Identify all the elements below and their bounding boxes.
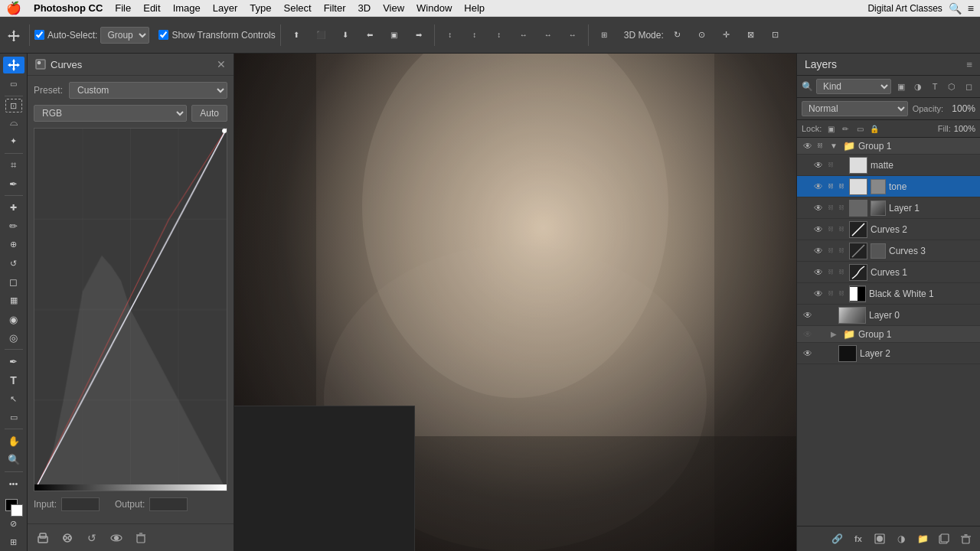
lock-artboard-btn[interactable]: ▭ — [854, 122, 866, 135]
history-brush-tool[interactable]: ↺ — [3, 255, 24, 272]
auto-btn[interactable]: Auto — [191, 105, 227, 122]
layer-item-group1b[interactable]: 👁 ▶ 📁 Group 1 — [797, 326, 980, 343]
slide-3d-btn[interactable]: ⊠ — [740, 24, 762, 46]
curves-graph-container[interactable] — [34, 128, 227, 491]
menu-type[interactable]: Type — [243, 2, 277, 14]
lock-all-btn[interactable]: 🔒 — [868, 122, 880, 135]
menu-3d[interactable]: 3D — [352, 2, 377, 14]
align-vcenter-btn[interactable]: ⬛ — [310, 24, 332, 46]
move-tool[interactable] — [3, 57, 24, 73]
tone-eye[interactable]: 👁 — [812, 181, 825, 192]
menu-help[interactable]: Help — [458, 2, 491, 14]
dist-top-btn[interactable]: ↕ — [439, 24, 461, 46]
quickselect-tool[interactable]: ✦ — [3, 133, 24, 150]
transform-controls-checkbox[interactable] — [158, 30, 168, 40]
path-select-tool[interactable]: ↖ — [3, 390, 24, 407]
gradient-tool[interactable]: ▦ — [3, 292, 24, 309]
heal-tool[interactable]: ✚ — [3, 199, 24, 216]
align-right-btn[interactable]: ➡ — [408, 24, 430, 46]
layer-item-tone[interactable]: 👁 ⛓ ⛓ tone — [797, 176, 980, 197]
align-left-btn[interactable]: ⬅ — [359, 24, 381, 46]
group1b-arrow[interactable]: ▶ — [828, 330, 840, 338]
eyedropper-tool[interactable]: ✒ — [3, 175, 24, 192]
group1-eye[interactable]: 👁 — [802, 141, 814, 152]
filter-pixel-btn[interactable]: ▣ — [894, 80, 908, 93]
delete-layer-btn[interactable] — [957, 530, 974, 547]
dist-hcenter-btn[interactable]: ↔ — [537, 24, 559, 46]
reset-adjustments-btn[interactable]: ↺ — [83, 529, 101, 547]
rotate-3d-btn[interactable]: ↻ — [667, 24, 688, 46]
search-icon[interactable]: 🔍 — [949, 2, 962, 15]
lock-position-btn[interactable]: ✏ — [839, 122, 851, 135]
add-adjustment-btn[interactable]: ◑ — [893, 530, 910, 547]
menu-select[interactable]: Select — [277, 2, 317, 14]
new-group-btn[interactable]: 📁 — [914, 530, 931, 547]
pan-3d-btn[interactable]: ✛ — [716, 24, 737, 46]
options-btn[interactable]: ⊞ — [593, 24, 615, 46]
matte-eye[interactable]: 👁 — [812, 160, 825, 171]
group1-arrow[interactable]: ▼ — [828, 142, 840, 150]
list-icon[interactable]: ≡ — [968, 2, 974, 15]
filter-type-btn[interactable]: T — [928, 80, 942, 93]
dist-right-btn[interactable]: ↔ — [562, 24, 583, 46]
auto-select-checkbox[interactable] — [34, 30, 44, 40]
layer-item-matte[interactable]: 👁 ⛓ matte — [797, 155, 980, 176]
lock-pixels-btn[interactable]: ▣ — [825, 122, 837, 135]
pen-tool[interactable]: ✒ — [3, 353, 24, 370]
extra-tools[interactable]: ••• — [3, 475, 24, 492]
dist-vcenter-btn[interactable]: ↕ — [464, 24, 485, 46]
eraser-tool[interactable]: ◻ — [3, 273, 24, 290]
dist-bottom-btn[interactable]: ↕ — [488, 24, 510, 46]
delete-adjustment-btn[interactable] — [132, 529, 150, 547]
layer0-eye[interactable]: 👁 — [802, 310, 814, 321]
hand-tool[interactable]: ✋ — [3, 432, 24, 449]
curves-canvas[interactable] — [34, 129, 227, 491]
curves1-eye[interactable]: 👁 — [812, 267, 825, 278]
layer-item-group1[interactable]: 👁 ⛓ ▼ 📁 Group 1 — [797, 138, 980, 155]
filter-smartobj-btn[interactable]: ◻ — [962, 80, 975, 93]
artboard-tool[interactable]: ▭ — [3, 75, 24, 92]
move-tool-btn[interactable] — [3, 24, 24, 46]
link-layers-btn[interactable]: 🔗 — [828, 530, 845, 547]
preset-select[interactable]: Custom Default Strong Contrast Linear Co… — [69, 82, 227, 99]
layer-item-layer2[interactable]: 👁 Layer 2 — [797, 343, 980, 364]
blur-tool[interactable]: ◉ — [3, 311, 24, 328]
dodge-tool[interactable]: ◎ — [3, 329, 24, 346]
layer-item-layer0[interactable]: 👁 Layer 0 — [797, 305, 980, 326]
input-value[interactable] — [61, 497, 100, 511]
align-top-btn[interactable]: ⬆ — [286, 24, 307, 46]
props-close-btn[interactable]: ✕ — [217, 58, 226, 70]
menu-filter[interactable]: Filter — [318, 2, 352, 14]
menu-window[interactable]: Window — [410, 2, 458, 14]
new-layer-btn[interactable] — [936, 530, 952, 547]
scale-3d-btn[interactable]: ⊡ — [765, 24, 786, 46]
layer-item-curves1[interactable]: 👁 ⛓ ⛓ Curves 1 — [797, 262, 980, 283]
menu-image[interactable]: Image — [167, 2, 207, 14]
channel-select[interactable]: RGB Red Green Blue — [34, 105, 187, 122]
transform-controls-toggle[interactable]: Show Transform Controls — [158, 30, 275, 41]
align-hcenter-btn[interactable]: ▣ — [384, 24, 405, 46]
output-value[interactable] — [149, 497, 188, 511]
curves3-eye[interactable]: 👁 — [812, 246, 825, 256]
toggle-visibility-btn[interactable] — [107, 529, 126, 547]
clone-tool[interactable]: ⊕ — [3, 236, 24, 253]
filter-adj-btn[interactable]: ◑ — [911, 80, 925, 93]
view-previous-btn[interactable] — [58, 529, 77, 547]
menu-view[interactable]: View — [377, 2, 410, 14]
filter-shape-btn[interactable]: ⬡ — [945, 80, 959, 93]
layer-item-layer1[interactable]: 👁 ⛓ ⛓ Layer 1 — [797, 197, 980, 219]
align-bottom-btn[interactable]: ⬇ — [335, 24, 356, 46]
add-fx-btn[interactable]: fx — [850, 530, 867, 547]
bw1-eye[interactable]: 👁 — [812, 289, 825, 299]
layers-header-close[interactable]: ≡ — [966, 59, 972, 70]
group1b-eye[interactable]: 👁 — [802, 329, 814, 340]
auto-select-toggle[interactable]: Auto-Select: — [34, 30, 97, 41]
auto-select-type[interactable]: Group Layer — [100, 27, 149, 44]
clip-layer-btn[interactable] — [34, 529, 52, 547]
dist-left-btn[interactable]: ↔ — [513, 24, 534, 46]
shape-tool[interactable]: ▭ — [3, 409, 24, 425]
quick-mask-btn[interactable]: ⊘ — [3, 515, 24, 532]
screen-mode-btn[interactable]: ⊞ — [3, 534, 24, 551]
lasso-tool[interactable]: ⌓ — [3, 114, 24, 131]
layer2-eye[interactable]: 👁 — [802, 348, 814, 359]
